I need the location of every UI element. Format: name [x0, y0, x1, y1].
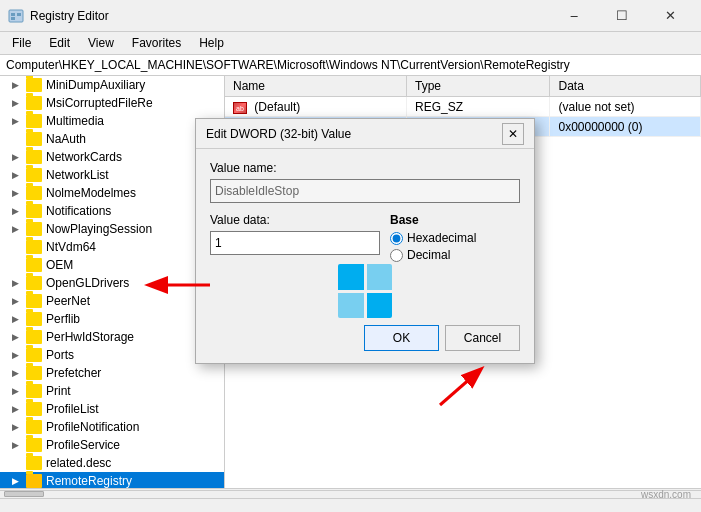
tree-item-label: PerHwIdStorage — [46, 330, 134, 344]
folder-icon — [26, 330, 42, 344]
folder-icon — [26, 168, 42, 182]
svg-rect-1 — [11, 13, 15, 16]
title-bar-left: Registry Editor — [8, 8, 109, 24]
menu-view[interactable]: View — [80, 34, 122, 52]
row-data: (value not set) — [550, 97, 701, 117]
tree-arrow: ▶ — [12, 332, 24, 342]
radio-hex-input[interactable] — [390, 232, 403, 245]
menu-file[interactable]: File — [4, 34, 39, 52]
cancel-button[interactable]: Cancel — [445, 325, 520, 351]
tree-item-nolmemodelmes[interactable]: ▶ NolmeModelmes — [0, 184, 224, 202]
tree-item-naauth[interactable]: NaAuth — [0, 130, 224, 148]
folder-icon — [26, 258, 42, 272]
menu-favorites[interactable]: Favorites — [124, 34, 189, 52]
value-data-input[interactable] — [210, 231, 380, 255]
tree-arrow: ▶ — [12, 116, 24, 126]
tree-item-prefetcher[interactable]: ▶ Prefetcher — [0, 364, 224, 382]
tree-item-label: Notifications — [46, 204, 111, 218]
value-name-input[interactable] — [210, 179, 520, 203]
row-type: REG_SZ — [407, 97, 550, 117]
folder-icon — [26, 204, 42, 218]
tree-item-label: PeerNet — [46, 294, 90, 308]
svg-rect-2 — [17, 13, 21, 16]
tree-item-networkcards[interactable]: ▶ NetworkCards — [0, 148, 224, 166]
tree-item-remoteregistry[interactable]: ▶ RemoteRegistry — [0, 472, 224, 488]
folder-icon — [26, 438, 42, 452]
radio-dec-input[interactable] — [390, 249, 403, 262]
tree-arrow: ▶ — [12, 440, 24, 450]
tree-item-notifications[interactable]: ▶ Notifications — [0, 202, 224, 220]
tree-item-label: NtVdm64 — [46, 240, 96, 254]
tree-item-ntvdm64[interactable]: NtVdm64 — [0, 238, 224, 256]
tree-item-profilelist[interactable]: ▶ ProfileList — [0, 400, 224, 418]
tree-arrow: ▶ — [12, 206, 24, 216]
scroll-area — [0, 488, 701, 498]
watermark: wsxdn.com — [641, 489, 691, 500]
tree-item-msicorrupted[interactable]: ▶ MsiCorruptedFileRe — [0, 94, 224, 112]
folder-icon — [26, 132, 42, 146]
folder-icon — [26, 276, 42, 290]
folder-icon — [26, 384, 42, 398]
tree-arrow: ▶ — [12, 296, 24, 306]
tree-item-networklist[interactable]: ▶ NetworkList — [0, 166, 224, 184]
tree-item-print[interactable]: ▶ Print — [0, 382, 224, 400]
folder-icon — [26, 96, 42, 110]
radio-decimal[interactable]: Decimal — [390, 248, 520, 262]
ok-button[interactable]: OK — [364, 325, 439, 351]
row-name-text: (Default) — [254, 100, 300, 114]
dialog-left: Value data: — [210, 213, 380, 255]
close-button[interactable]: ✕ — [647, 5, 693, 27]
radio-hexadecimal[interactable]: Hexadecimal — [390, 231, 520, 245]
tree-arrow: ▶ — [12, 278, 24, 288]
maximize-button[interactable]: ☐ — [599, 5, 645, 27]
tree-panel: ▶ MiniDumpAuxiliary ▶ MsiCorruptedFileRe… — [0, 76, 225, 488]
tree-arrow: ▶ — [12, 188, 24, 198]
tree-item-perflib[interactable]: ▶ Perflib — [0, 310, 224, 328]
tree-arrow: ▶ — [12, 404, 24, 414]
tree-item-label: Prefetcher — [46, 366, 101, 380]
minimize-button[interactable]: ‒ — [551, 5, 597, 27]
folder-icon — [26, 78, 42, 92]
horizontal-scrollbar-thumb[interactable] — [4, 491, 44, 497]
tree-item-related[interactable]: related.desc — [0, 454, 224, 472]
tree-arrow: ▶ — [12, 98, 24, 108]
tree-item-perhwid[interactable]: ▶ PerHwIdStorage — [0, 328, 224, 346]
row-name: ab (Default) — [225, 97, 407, 117]
folder-icon — [26, 402, 42, 416]
tree-item-nowplaying[interactable]: ▶ NowPlayingSession — [0, 220, 224, 238]
dialog-body: Value name: Value data: Base Hexadecimal… — [196, 149, 534, 363]
tree-item-label: Multimedia — [46, 114, 104, 128]
dialog-decoration — [210, 271, 520, 311]
menu-help[interactable]: Help — [191, 34, 232, 52]
logo-blue4 — [367, 293, 393, 319]
table-row[interactable]: ab (Default) REG_SZ (value not set) — [225, 97, 701, 117]
address-path: Computer\HKEY_LOCAL_MACHINE\SOFTWARE\Mic… — [6, 58, 570, 72]
menu-edit[interactable]: Edit — [41, 34, 78, 52]
edit-dword-dialog: Edit DWORD (32-bit) Value ✕ Value name: … — [195, 118, 535, 364]
tree-arrow: ▶ — [12, 152, 24, 162]
tree-list: ▶ MiniDumpAuxiliary ▶ MsiCorruptedFileRe… — [0, 76, 224, 488]
tree-arrow: ▶ — [12, 224, 24, 234]
folder-icon — [26, 240, 42, 254]
tree-item-opengl[interactable]: ▶ OpenGLDrivers — [0, 274, 224, 292]
tree-item-label: OpenGLDrivers — [46, 276, 129, 290]
tree-item-label: NetworkCards — [46, 150, 122, 164]
tree-item-profilenotif[interactable]: ▶ ProfileNotification — [0, 418, 224, 436]
tree-item-minidump[interactable]: ▶ MiniDumpAuxiliary — [0, 76, 224, 94]
tree-item-oem[interactable]: OEM — [0, 256, 224, 274]
tree-item-ports[interactable]: ▶ Ports — [0, 346, 224, 364]
tree-item-label: NetworkList — [46, 168, 109, 182]
tree-item-multimedia[interactable]: ▶ Multimedia — [0, 112, 224, 130]
folder-icon — [26, 222, 42, 236]
tree-item-profileservice[interactable]: ▶ ProfileService — [0, 436, 224, 454]
radio-hex-label: Hexadecimal — [407, 231, 476, 245]
col-type: Type — [407, 76, 550, 97]
dialog-middle-row: Value data: Base Hexadecimal Decimal — [210, 213, 520, 265]
tree-item-peernet[interactable]: ▶ PeerNet — [0, 292, 224, 310]
tree-item-label: Perflib — [46, 312, 80, 326]
logo-blue3 — [338, 293, 364, 319]
dialog-close-button[interactable]: ✕ — [502, 123, 524, 145]
tree-item-label: RemoteRegistry — [46, 474, 132, 488]
value-name-label: Value name: — [210, 161, 520, 175]
tree-item-label: Print — [46, 384, 71, 398]
